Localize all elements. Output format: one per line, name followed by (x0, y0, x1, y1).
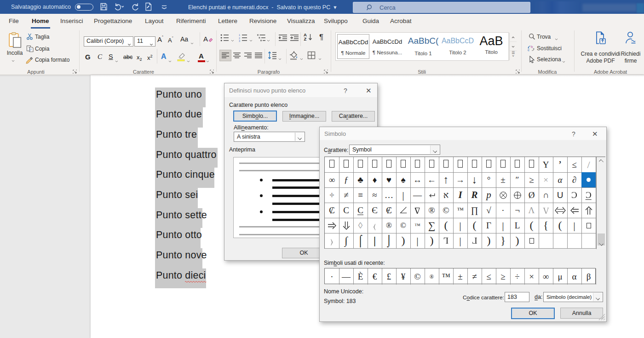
svg-text:b: b (531, 45, 533, 49)
svg-text:c: c (528, 48, 529, 52)
svg-text:3: 3 (239, 40, 240, 42)
svg-text:2: 2 (239, 37, 240, 40)
svg-text:1: 1 (239, 34, 240, 36)
